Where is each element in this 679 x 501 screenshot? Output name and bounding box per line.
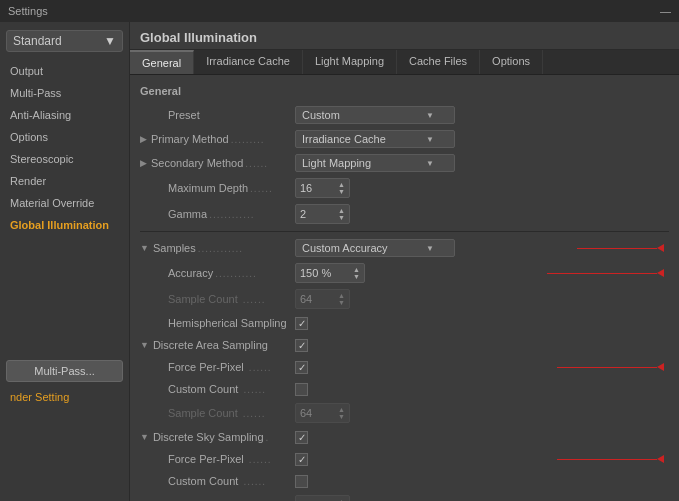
sample-count-2-spinner[interactable]: 64 ▲ ▼ xyxy=(295,403,350,423)
discrete-area-checkbox[interactable] xyxy=(295,339,308,352)
accuracy-row: Accuracy........... 150 % ▲ ▼ xyxy=(140,260,669,286)
sidebar-label-global-illumination: Global Illumination xyxy=(10,219,109,231)
sidebar-label-material-override: Material Override xyxy=(10,197,94,209)
tab-general[interactable]: General xyxy=(130,50,194,74)
sidebar-item-multipass[interactable]: Multi-Pass xyxy=(0,82,129,104)
gamma-spinner[interactable]: 2 ▲ ▼ xyxy=(295,204,350,224)
preset-row: Preset Custom ▼ xyxy=(140,103,669,127)
sidebar-item-options[interactable]: Options xyxy=(0,126,129,148)
samples-label-container: ▼ Samples ............ xyxy=(140,242,295,254)
preset-dropdown-field[interactable]: Custom ▼ xyxy=(295,106,455,124)
gamma-row: Gamma............ 2 ▲ ▼ xyxy=(140,201,669,227)
sample-count-1-up[interactable]: ▲ xyxy=(338,292,345,299)
custom-count-1-checkbox[interactable] xyxy=(295,383,308,396)
force-per-pixel-1-checkbox[interactable] xyxy=(295,361,308,374)
force-per-pixel-2-row: Force Per-Pixel ...... xyxy=(140,448,669,470)
tab-light-mapping[interactable]: Light Mapping xyxy=(303,50,397,74)
gamma-label: Gamma............ xyxy=(140,208,295,220)
discrete-area-label: Discrete Area Sampling xyxy=(153,339,268,351)
preset-value: Custom xyxy=(302,109,340,121)
force-per-pixel-1-row: Force Per-Pixel ...... xyxy=(140,356,669,378)
custom-count-2-text: Custom Count xyxy=(168,475,238,487)
sidebar-label-options: Options xyxy=(10,131,48,143)
custom-count-2-row: Custom Count ...... xyxy=(140,470,669,492)
secondary-method-dropdown[interactable]: Light Mapping ▼ xyxy=(295,154,455,172)
sample-count-1-text: Sample Count xyxy=(168,293,238,305)
discrete-area-arrow[interactable]: ▼ xyxy=(140,340,149,350)
sample-count-2-value: 64 xyxy=(300,407,312,419)
max-depth-up[interactable]: ▲ xyxy=(338,181,345,188)
custom-count-1-text: Custom Count xyxy=(168,383,238,395)
accuracy-value: 150 % xyxy=(300,267,331,279)
max-depth-down[interactable]: ▼ xyxy=(338,188,345,195)
gamma-up[interactable]: ▲ xyxy=(338,207,345,214)
custom-count-1-row: Custom Count ...... xyxy=(140,378,669,400)
sample-count-2-down[interactable]: ▼ xyxy=(338,413,345,420)
sidebar-item-aliasing[interactable]: Anti-Aliasing xyxy=(0,104,129,126)
preset-label: Preset xyxy=(140,109,295,121)
sidebar-label-render: Render xyxy=(10,175,46,187)
discrete-sky-arrow[interactable]: ▼ xyxy=(140,432,149,442)
multi-pass-button[interactable]: Multi-Pass... xyxy=(6,360,123,382)
hemispheric-sampling-row: Hemispherical Sampling xyxy=(140,312,669,334)
render-setting-label: nder Setting xyxy=(0,386,129,408)
sidebar-item-stereoscopic[interactable]: Stereoscopic xyxy=(0,148,129,170)
panel-title: Global Illumination xyxy=(130,22,679,50)
sample-count-2-label: Sample Count ...... xyxy=(140,407,295,419)
secondary-method-arrow-icon: ▼ xyxy=(426,159,434,168)
custom-count-1-label: Custom Count ...... xyxy=(140,383,295,395)
force-per-pixel-1-text: Force Per-Pixel xyxy=(168,361,244,373)
sample-count-2-row: Sample Count ...... 64 ▲ ▼ xyxy=(140,400,669,426)
accuracy-label: Accuracy........... xyxy=(140,267,295,279)
sidebar-item-global-illumination[interactable]: Global Illumination xyxy=(0,214,129,236)
secondary-method-label: Secondary Method xyxy=(151,157,243,169)
primary-method-dropdown[interactable]: Irradiance Cache ▼ xyxy=(295,130,455,148)
force-per-pixel-2-label: Force Per-Pixel ...... xyxy=(140,453,295,465)
window-title: Settings xyxy=(8,5,48,17)
custom-count-2-checkbox[interactable] xyxy=(295,475,308,488)
accuracy-annotation xyxy=(547,269,664,277)
sample-count-3-spinner[interactable]: 64 ▲ ▼ xyxy=(295,495,350,501)
secondary-method-value: Light Mapping xyxy=(302,157,371,169)
accuracy-spinner[interactable]: 150 % ▲ ▼ xyxy=(295,263,365,283)
primary-method-arrow[interactable]: ▶ xyxy=(140,134,147,144)
sidebar-item-render[interactable]: Render xyxy=(0,170,129,192)
force-per-pixel-2-checkbox[interactable] xyxy=(295,453,308,466)
accuracy-up[interactable]: ▲ xyxy=(353,266,360,273)
gamma-value: 2 xyxy=(300,208,306,220)
sample-count-2-up[interactable]: ▲ xyxy=(338,406,345,413)
sample-count-1-spinner[interactable]: 64 ▲ ▼ xyxy=(295,289,350,309)
preset-dropdown[interactable]: Standard ▼ xyxy=(6,30,123,52)
sidebar-label-output: Output xyxy=(10,65,43,77)
chevron-down-icon: ▼ xyxy=(104,34,116,48)
max-depth-spinner[interactable]: 16 ▲ ▼ xyxy=(295,178,350,198)
samples-value: Custom Accuracy xyxy=(302,242,388,254)
hemispheric-sampling-label: Hemispherical Sampling xyxy=(140,317,295,329)
sample-count-1-down[interactable]: ▼ xyxy=(338,299,345,306)
samples-dropdown[interactable]: Custom Accuracy ▼ xyxy=(295,239,455,257)
max-depth-value: 16 xyxy=(300,182,312,194)
tab-cache-files[interactable]: Cache Files xyxy=(397,50,480,74)
discrete-sky-sampling-row: ▼ Discrete Sky Sampling . xyxy=(140,426,669,448)
sample-count-2-text: Sample Count xyxy=(168,407,238,419)
sample-count-3-row: Sample Count ...... 64 ▲ ▼ xyxy=(140,492,669,501)
samples-collapse-arrow[interactable]: ▼ xyxy=(140,243,149,253)
accuracy-down[interactable]: ▼ xyxy=(353,273,360,280)
tab-options[interactable]: Options xyxy=(480,50,543,74)
discrete-area-label-container: ▼ Discrete Area Sampling xyxy=(140,339,295,351)
sidebar-item-material-override[interactable]: Material Override xyxy=(0,192,129,214)
secondary-method-arrow[interactable]: ▶ xyxy=(140,158,147,168)
sidebar-label-multipass: Multi-Pass xyxy=(10,87,61,99)
samples-label: Samples xyxy=(153,242,196,254)
sidebar-item-output[interactable]: Output xyxy=(0,60,129,82)
samples-annotation xyxy=(577,244,664,252)
tabs-row: General Irradiance Cache Light Mapping C… xyxy=(130,50,679,75)
force-per-pixel-1-label: Force Per-Pixel ...... xyxy=(140,361,295,373)
minimize-button[interactable]: — xyxy=(660,5,671,17)
hemispheric-sampling-checkbox[interactable] xyxy=(295,317,308,330)
max-depth-row: Maximum Depth...... 16 ▲ ▼ xyxy=(140,175,669,201)
force-per-pixel-1-annotation xyxy=(557,363,664,371)
discrete-sky-checkbox[interactable] xyxy=(295,431,308,444)
gamma-down[interactable]: ▼ xyxy=(338,214,345,221)
tab-irradiance-cache[interactable]: Irradiance Cache xyxy=(194,50,303,74)
